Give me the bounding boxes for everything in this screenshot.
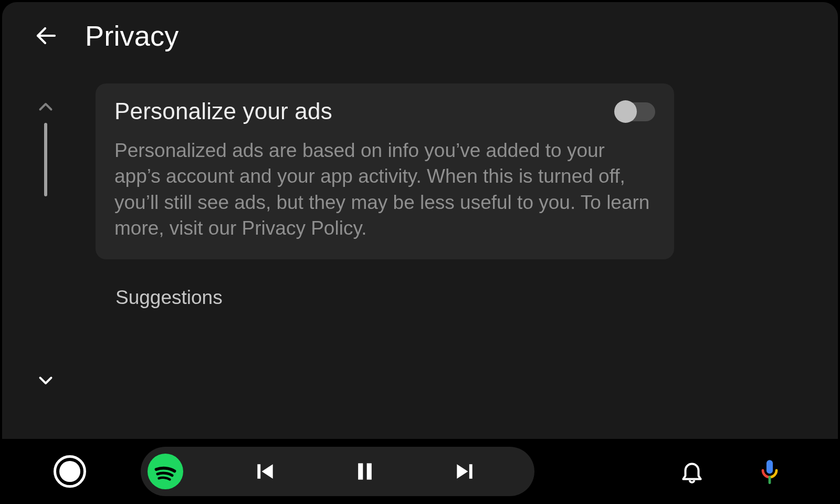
chevron-up-icon	[36, 98, 55, 117]
google-mic-icon	[756, 458, 783, 485]
scroll-track[interactable]	[44, 121, 47, 366]
content-column: Personalize your ads Personalized ads ar…	[96, 83, 674, 309]
svg-rect-6	[469, 464, 472, 479]
svg-marker-2	[262, 464, 273, 479]
skip-next-icon	[453, 460, 476, 483]
personalize-ads-toggle[interactable]	[616, 102, 655, 121]
pause-icon	[353, 460, 376, 483]
personalize-ads-card: Personalize your ads Personalized ads ar…	[96, 83, 674, 259]
arrow-back-icon	[34, 22, 59, 50]
media-control-pill	[141, 447, 534, 496]
scroll-thumb[interactable]	[44, 123, 47, 196]
personalize-ads-description: Personalized ads are based on info you’v…	[114, 125, 655, 242]
spotify-icon	[150, 458, 181, 489]
header: Privacy	[2, 2, 838, 69]
back-button[interactable]	[34, 23, 59, 48]
scroll-indicator	[35, 97, 56, 391]
page-title: Privacy	[85, 19, 178, 52]
media-app-button[interactable]	[148, 454, 183, 489]
svg-marker-5	[457, 464, 468, 479]
notifications-button[interactable]	[674, 454, 710, 489]
svg-rect-3	[358, 463, 363, 479]
suggestions-section-label: Suggestions	[96, 259, 674, 309]
svg-rect-4	[367, 463, 372, 479]
play-pause-button[interactable]	[340, 447, 390, 496]
personalize-ads-title: Personalize your ads	[114, 98, 332, 125]
bell-icon	[679, 458, 705, 485]
svg-rect-7	[766, 460, 773, 474]
skip-previous-icon	[254, 460, 277, 483]
previous-track-button[interactable]	[240, 447, 290, 496]
card-header-row: Personalize your ads	[114, 98, 655, 125]
bottom-nav	[0, 439, 840, 504]
next-track-button[interactable]	[440, 447, 489, 496]
toggle-knob	[614, 100, 637, 123]
scroll-up-button[interactable]	[35, 97, 56, 118]
scroll-down-button[interactable]	[35, 370, 56, 391]
chevron-down-icon	[36, 371, 55, 390]
settings-screen: Privacy Personalize your ads Person	[2, 2, 838, 441]
home-button[interactable]	[54, 455, 86, 488]
svg-rect-1	[257, 464, 260, 479]
assistant-button[interactable]	[752, 454, 788, 489]
